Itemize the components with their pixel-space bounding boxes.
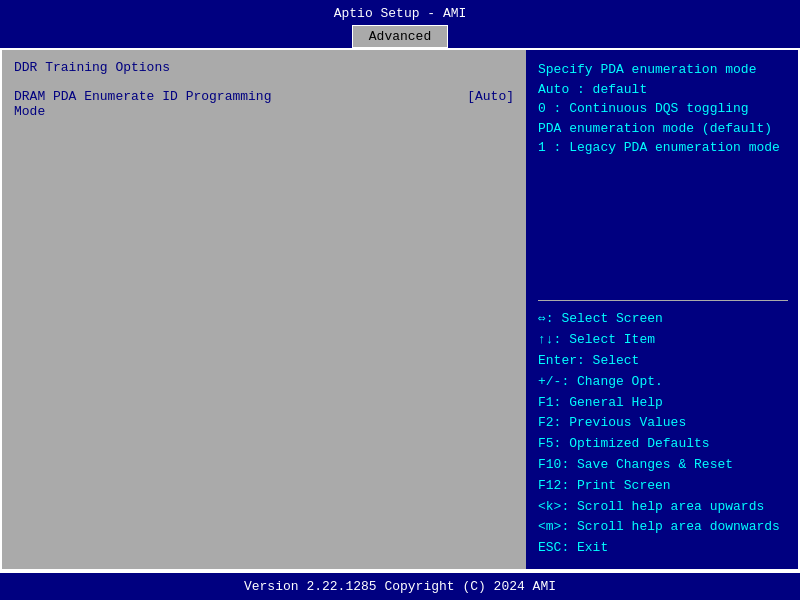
left-panel: DDR Training Options DRAM PDA Enumerate … <box>2 50 528 569</box>
key-f12: F12: Print Screen <box>538 476 788 497</box>
key-k: <k>: Scroll help area upwards <box>538 497 788 518</box>
tab-bar: Advanced <box>0 25 800 48</box>
footer-text: Version 2.22.1285 Copyright (C) 2024 AMI <box>244 579 556 594</box>
section-title: DDR Training Options <box>14 60 514 75</box>
key-f1: F1: General Help <box>538 393 788 414</box>
key-esc: ESC: Exit <box>538 538 788 559</box>
option-row-dram-pda: DRAM PDA Enumerate ID Programming Mode [… <box>14 89 514 119</box>
footer: Version 2.22.1285 Copyright (C) 2024 AMI <box>0 571 800 600</box>
key-select-screen: ⇔: Select Screen <box>538 309 788 330</box>
key-f5: F5: Optimized Defaults <box>538 434 788 455</box>
right-panel: Specify PDA enumeration mode Auto : defa… <box>528 50 798 569</box>
help-line-4: 1 : Legacy PDA enumeration mode <box>538 138 788 158</box>
tab-advanced[interactable]: Advanced <box>352 25 448 48</box>
key-f2: F2: Previous Values <box>538 413 788 434</box>
main-content: DDR Training Options DRAM PDA Enumerate … <box>0 48 800 571</box>
help-divider <box>538 300 788 301</box>
help-line-2: 0 : Continuous DQS toggling <box>538 99 788 119</box>
key-f10: F10: Save Changes & Reset <box>538 455 788 476</box>
title-bar: Aptio Setup - AMI <box>0 0 800 25</box>
help-line-0: Specify PDA enumeration mode <box>538 60 788 80</box>
app-title: Aptio Setup - AMI <box>334 6 467 21</box>
option-value-dram-pda: [Auto] <box>467 89 514 119</box>
key-m: <m>: Scroll help area downwards <box>538 517 788 538</box>
help-line-3: PDA enumeration mode (default) <box>538 119 788 139</box>
option-name-line2: Mode <box>14 104 467 119</box>
key-enter: Enter: Select <box>538 351 788 372</box>
key-help: ⇔: Select Screen ↑↓: Select Item Enter: … <box>538 309 788 559</box>
help-text: Specify PDA enumeration mode Auto : defa… <box>538 60 788 292</box>
option-name-line1: DRAM PDA Enumerate ID Programming <box>14 89 467 104</box>
help-line-1: Auto : default <box>538 80 788 100</box>
key-select-item: ↑↓: Select Item <box>538 330 788 351</box>
key-change-opt: +/-: Change Opt. <box>538 372 788 393</box>
